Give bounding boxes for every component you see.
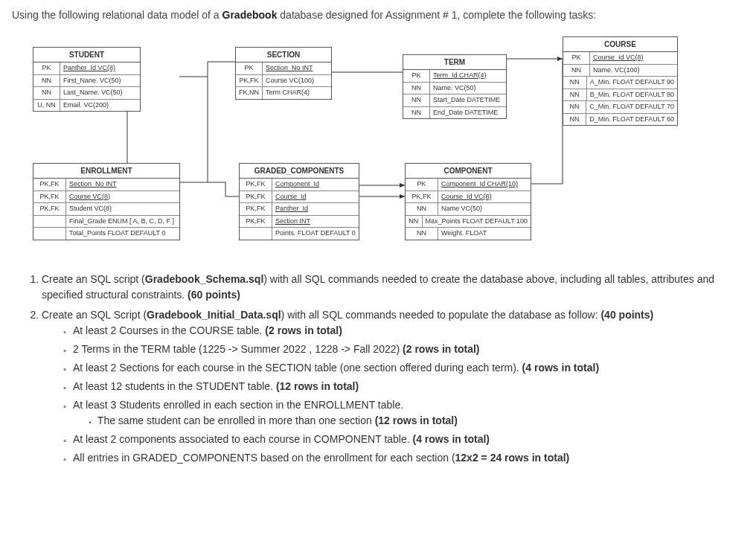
attr-cell: B_Min. FLOAT DEFAULT 80 — [587, 89, 677, 101]
attr-cell: Name. VC(100) — [590, 65, 677, 77]
intro-text: Using the following relational data mode… — [12, 7, 744, 23]
entity-rows: PKComponent_Id CHAR(10)PK,FKCourse_Id VC… — [406, 179, 531, 240]
attr-cell: Total_Points FLOAT DEFAULT 0 — [66, 228, 179, 240]
key-cell: PK,FK — [240, 191, 272, 203]
subtask: At least 12 students in the STUDENT tabl… — [63, 379, 744, 394]
attr-row: Final_Grade ENUM [ A, B, C, D, F ] — [33, 216, 179, 228]
key-cell: FK,NN — [236, 87, 263, 99]
attr-cell: End_Date DATETIME — [430, 107, 506, 119]
attr-cell: Panther_Id VC(8) — [60, 63, 140, 74]
t2-b: Gradebook_Initial_Data.sql — [147, 309, 281, 321]
attr-row: NNFirst_Nane. VC(50) — [33, 75, 140, 88]
b2-a: 2 Terms in the TERM table (1225 -> Summe… — [73, 343, 403, 355]
entity-graded-components: GRADED_COMPONENTS PK,FKComponent_IdPK,FK… — [239, 163, 359, 240]
attr-row: NND_Min. FLOAT DEFAULT 60 — [563, 114, 677, 126]
key-cell: PK,FK — [33, 203, 66, 215]
attr-cell: Weight. FLOAT — [438, 228, 531, 240]
attr-row: NNC_Min. FLOAT DEFAULT 70 — [563, 101, 677, 114]
attr-row: PK,FKCourse VC(100) — [236, 75, 331, 88]
entity-title: COMPONENT — [406, 164, 531, 179]
attr-row: PK,FKCourse_Id — [240, 191, 359, 204]
key-cell: NN — [563, 101, 586, 113]
t1-b: Gradebook_Schema.sql — [145, 273, 264, 285]
key-cell: PK,FK — [240, 179, 272, 190]
subsub-item: The same student can be enrolled in more… — [89, 413, 744, 429]
attr-cell: First_Nane. VC(50) — [60, 75, 140, 87]
attr-row: NNName VC(50) — [406, 203, 531, 216]
attr-row: PK,FKStudent VC(8) — [33, 203, 179, 216]
intro-prefix: Using the following relational data mode… — [12, 9, 222, 21]
b1-a: At least 2 Courses in the COURSE table. — [73, 324, 265, 336]
attr-cell: Final_Grade ENUM [ A, B, C, D, F ] — [66, 216, 179, 228]
key-cell: NN — [563, 77, 587, 89]
key-cell: NN — [33, 75, 60, 87]
attr-cell: Component_Id CHAR(10) — [438, 179, 531, 190]
attr-cell: Course_Id — [272, 191, 359, 203]
subtask-list: At least 2 Courses in the COURSE table. … — [42, 323, 744, 466]
attr-cell: Component_Id — [272, 179, 359, 190]
key-cell: PK — [403, 70, 430, 82]
attr-row: PK,FKCourse VC(8) — [33, 191, 179, 204]
b4-b: (12 rows in total) — [276, 380, 359, 392]
attr-cell: C_Min. FLOAT DEFAULT 70 — [586, 101, 677, 113]
attr-cell: Name VC(50) — [438, 203, 531, 215]
t2-c: ) with all SQL commands needed to popula… — [281, 309, 601, 321]
attr-cell: Section_No INT — [263, 63, 331, 74]
attr-cell: Student VC(8) — [66, 203, 179, 215]
attr-row: NNName. VC(100) — [563, 65, 677, 77]
key-cell: PK,FK — [33, 179, 66, 190]
attr-cell: Term CHAR(4) — [263, 87, 331, 99]
intro-bold: Gradebook — [222, 9, 278, 21]
entity-course: COURSE PKCourse_Id VC(8)NNName. VC(100)N… — [563, 36, 678, 126]
key-cell — [33, 228, 66, 240]
subtask: At least 3 Students enrolled in each sec… — [63, 397, 744, 429]
key-cell: PK — [563, 52, 590, 64]
key-cell — [240, 228, 272, 240]
key-cell: NN — [563, 114, 586, 126]
attr-cell: Email. VC(200) — [60, 100, 140, 112]
b5s-b: (12 rows in total) — [375, 414, 458, 426]
attr-cell: Points. FLOAT DEFAULT 0 — [272, 228, 359, 240]
attr-row: NNLast_Name. VC(50) — [33, 87, 140, 100]
key-cell — [33, 216, 66, 228]
b6-b: (4 rows in total) — [413, 433, 490, 445]
entity-rows: PKCourse_Id VC(8)NNName. VC(100)NNA_Min.… — [563, 52, 677, 125]
key-cell: NN — [403, 107, 430, 119]
attr-cell: D_Min. FLOAT DEFAULT 60 — [586, 114, 677, 126]
entity-component: COMPONENT PKComponent_Id CHAR(10)PK,FKCo… — [405, 163, 531, 240]
t1-d: (60 points) — [188, 289, 240, 301]
key-cell: NN — [406, 203, 438, 215]
attr-row: PK,FKComponent_Id — [240, 179, 359, 191]
attr-cell: Course_Id VC(8) — [438, 191, 531, 203]
attr-row: NNName. VC(50) — [403, 83, 506, 95]
entity-student: STUDENT PKPanther_Id VC(8)NNFirst_Nane. … — [33, 47, 141, 112]
t1-a: Create an SQL script ( — [42, 273, 145, 285]
attr-row: Total_Points FLOAT DEFAULT 0 — [33, 228, 179, 240]
attr-row: PKPanther_Id VC(8) — [33, 63, 140, 75]
entity-rows: PK,FKComponent_IdPK,FKCourse_IdPK,FKPant… — [240, 179, 359, 240]
entity-rows: PKSection_No INTPK,FKCourse VC(100)FK,NN… — [236, 63, 331, 99]
b6-a: At least 2 components associated to each… — [73, 433, 413, 445]
b3-a: At least 2 Sections for each course in t… — [73, 362, 522, 374]
attr-cell: Course VC(8) — [66, 191, 179, 203]
task-list: Create an SQL script (Gradebook_Schema.s… — [12, 272, 744, 466]
t2-a: Create an SQL Script ( — [42, 309, 147, 321]
entity-title: ENROLLMENT — [33, 164, 179, 179]
key-cell: PK — [406, 179, 438, 190]
key-cell: NN — [406, 228, 438, 240]
key-cell: NN — [403, 83, 430, 95]
attr-row: NNA_Min. FLOAT DEFAULT 90 — [563, 77, 677, 89]
t2-d: (40 points) — [600, 309, 653, 321]
b3-b: (4 rows in total) — [522, 362, 599, 374]
entity-rows: PK,FKSection_No INTPK,FKCourse VC(8)PK,F… — [33, 179, 179, 240]
attr-row: PKCourse_Id VC(8) — [563, 52, 677, 65]
attr-row: PK,FKSection INT — [240, 216, 359, 228]
attr-cell: A_Min. FLOAT DEFAULT 90 — [587, 77, 677, 89]
attr-cell: Course VC(100) — [263, 75, 331, 87]
entity-title: GRADED_COMPONENTS — [240, 164, 359, 179]
attr-row: NNStart_Date DATETIME — [403, 95, 506, 107]
attr-cell: Section INT — [272, 216, 359, 228]
attr-row: PKTerm_Id CHAR(4) — [403, 70, 506, 83]
subtask: All entries in GRADED_COMPONENTS based o… — [63, 450, 744, 466]
entity-title: SECTION — [236, 48, 331, 63]
